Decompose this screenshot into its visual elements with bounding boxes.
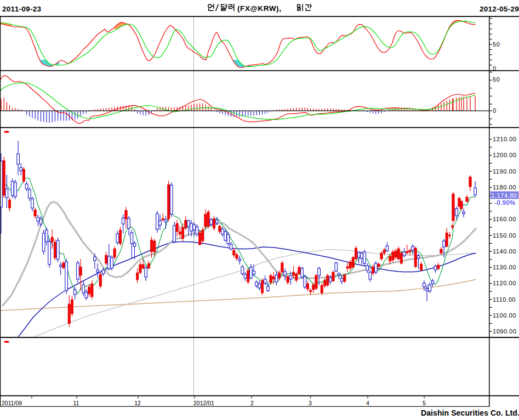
svg-text:1200.00: 1200.00 [493, 152, 517, 158]
svg-text:3: 3 [309, 400, 312, 406]
svg-text:4: 4 [366, 400, 369, 406]
svg-text:2011-09-23: 2011-09-23 [2, 5, 42, 13]
svg-text:1100.00: 1100.00 [493, 312, 516, 319]
svg-text:12: 12 [134, 400, 141, 406]
svg-text:1180.00: 1180.00 [493, 184, 516, 191]
svg-text:1120.00: 1120.00 [493, 280, 516, 286]
svg-text:1210.00: 1210.00 [493, 136, 517, 142]
svg-text:1140.00: 1140.00 [493, 248, 516, 255]
svg-text:50: 50 [493, 76, 500, 83]
svg-text:1090.00: 1090.00 [493, 328, 517, 335]
svg-text:1160.00: 1160.00 [493, 216, 516, 222]
svg-text:11: 11 [73, 400, 79, 406]
svg-text:50: 50 [493, 41, 500, 48]
svg-text:1190.00: 1190.00 [493, 168, 516, 175]
svg-text:-0.90%: -0.90% [494, 199, 515, 206]
svg-text:1110.00: 1110.00 [493, 296, 516, 303]
svg-text:1130.00: 1130.00 [493, 264, 516, 271]
svg-text:1150.00: 1150.00 [493, 232, 516, 239]
svg-text:1,174.80: 1,174.80 [491, 192, 517, 199]
svg-text:0: 0 [493, 107, 497, 114]
svg-text:0: 0 [493, 65, 497, 72]
svg-text:5: 5 [423, 400, 426, 406]
svg-text:2011/09: 2011/09 [2, 400, 22, 406]
svg-text:2: 2 [250, 400, 254, 406]
svg-text:2012/01: 2012/01 [193, 400, 214, 406]
svg-text:Daishin Securities Co. Ltd.: Daishin Securities Co. Ltd. [421, 409, 519, 417]
svg-text:(FX@KRW),: (FX@KRW), [237, 4, 282, 13]
svg-text:2012-05-29: 2012-05-29 [480, 5, 519, 13]
